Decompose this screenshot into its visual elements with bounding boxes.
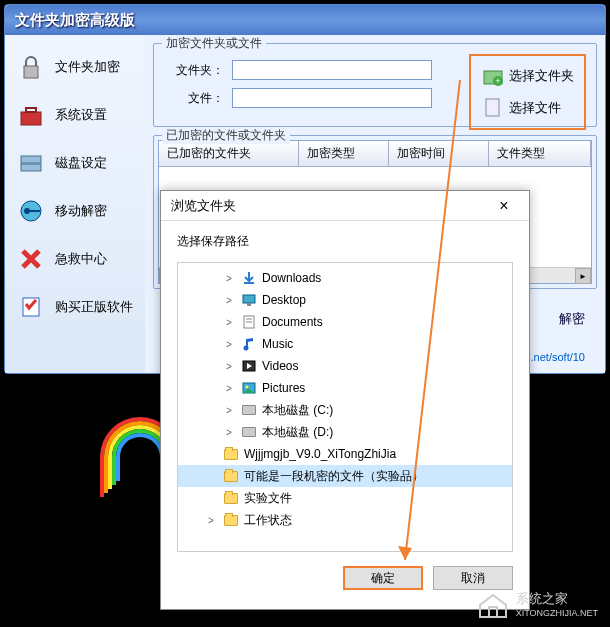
shield-icon: [15, 291, 47, 323]
tree-item-label: Pictures: [262, 381, 305, 395]
sidebar-item-label: 移动解密: [55, 202, 107, 220]
pictures-icon: [240, 380, 258, 396]
sidebar-item-encrypt[interactable]: 文件夹加密: [9, 43, 141, 91]
file-input[interactable]: [232, 88, 432, 108]
sidebar-item-settings[interactable]: 系统设置: [9, 91, 141, 139]
tree-item[interactable]: 可能是一段机密的文件（实验品）: [178, 465, 512, 487]
decrypt-button[interactable]: 解密: [559, 310, 585, 328]
sidebar-item-disk[interactable]: 磁盘设定: [9, 139, 141, 187]
expand-icon[interactable]: >: [222, 383, 236, 394]
tree-item[interactable]: >本地磁盘 (C:): [178, 399, 512, 421]
select-buttons-group: + 选择文件夹 选择文件: [469, 54, 586, 130]
dialog-title-text: 浏览文件夹: [171, 197, 236, 215]
expand-icon[interactable]: >: [222, 427, 236, 438]
watermark: 系统之家 XITONGZHIJIA.NET: [476, 589, 598, 619]
svg-rect-3: [21, 156, 41, 163]
tree-item-label: 本地磁盘 (C:): [262, 402, 333, 419]
tree-item-label: Documents: [262, 315, 323, 329]
expand-icon[interactable]: >: [222, 295, 236, 306]
tree-item[interactable]: >工作状态: [178, 509, 512, 531]
tree-item-label: Music: [262, 337, 293, 351]
svg-rect-0: [24, 66, 38, 78]
select-file-button[interactable]: 选择文件: [475, 92, 580, 124]
lock-icon: [15, 51, 47, 83]
dialog-titlebar[interactable]: 浏览文件夹 ×: [161, 191, 529, 221]
folder-tree[interactable]: >Downloads>Desktop>Documents>Music>Video…: [177, 262, 513, 552]
encrypt-fieldset: 加密文件夹或文件 文件夹： 文件： + 选择文件夹: [153, 43, 597, 127]
house-icon: [476, 589, 510, 619]
svg-rect-4: [21, 164, 41, 171]
sidebar-item-rescue[interactable]: 急救中心: [9, 235, 141, 283]
toolbox-icon: [15, 99, 47, 131]
expand-icon[interactable]: >: [222, 361, 236, 372]
window-title: 文件夹加密高级版: [15, 11, 135, 30]
tree-item-label: Videos: [262, 359, 298, 373]
tree-item[interactable]: >本地磁盘 (D:): [178, 421, 512, 443]
expand-icon[interactable]: >: [222, 339, 236, 350]
tree-item[interactable]: >Videos: [178, 355, 512, 377]
svg-point-6: [24, 208, 30, 214]
folder-icon: [222, 468, 240, 484]
table-header: 已加密的文件夹 加密类型 加密时间 文件类型: [159, 141, 591, 167]
tree-item-label: Wjjjmgjb_V9.0_XiTongZhiJia: [244, 447, 396, 461]
svg-rect-14: [243, 295, 255, 303]
svg-rect-2: [26, 108, 36, 112]
download-icon: [240, 270, 258, 286]
videos-icon: [240, 358, 258, 374]
tree-item[interactable]: >Music: [178, 333, 512, 355]
dialog-prompt: 选择保存路径: [161, 221, 529, 262]
sidebar-item-buy[interactable]: 购买正版软件: [9, 283, 141, 331]
svg-rect-7: [30, 210, 40, 212]
tree-item[interactable]: 实验文件: [178, 487, 512, 509]
tree-item[interactable]: >Downloads: [178, 267, 512, 289]
button-label: 选择文件: [509, 99, 561, 117]
button-label: 选择文件夹: [509, 67, 574, 85]
documents-icon: [240, 314, 258, 330]
svg-text:+: +: [495, 76, 500, 86]
sidebar-item-label: 急救中心: [55, 250, 107, 268]
sidebar-item-mobile-decrypt[interactable]: 移动解密: [9, 187, 141, 235]
tree-item-label: 本地磁盘 (D:): [262, 424, 333, 441]
dialog-cancel-button[interactable]: 取消: [433, 566, 513, 590]
dialog-ok-button[interactable]: 确定: [343, 566, 423, 590]
select-folder-button[interactable]: + 选择文件夹: [475, 60, 580, 92]
folder-add-icon: +: [481, 64, 505, 88]
svg-rect-12: [486, 99, 499, 116]
tree-item-label: Desktop: [262, 293, 306, 307]
tree-item[interactable]: >Desktop: [178, 289, 512, 311]
folder-icon: [222, 446, 240, 462]
sidebar: 文件夹加密 系统设置 磁盘设定 移动解密: [5, 35, 145, 373]
th-folder[interactable]: 已加密的文件夹: [159, 141, 299, 166]
tree-item-label: 可能是一段机密的文件（实验品）: [244, 468, 424, 485]
sidebar-item-label: 文件夹加密: [55, 58, 120, 76]
desktop-icon: [240, 292, 258, 308]
dialog-close-button[interactable]: ×: [489, 197, 519, 215]
expand-icon[interactable]: >: [222, 273, 236, 284]
folder-icon: [222, 490, 240, 506]
sidebar-item-label: 磁盘设定: [55, 154, 107, 172]
tree-item[interactable]: >Documents: [178, 311, 512, 333]
titlebar[interactable]: 文件夹加密高级版: [5, 5, 605, 35]
th-type[interactable]: 加密类型: [299, 141, 389, 166]
watermark-url: XITONGZHIJIA.NET: [516, 608, 598, 618]
file-add-icon: [481, 96, 505, 120]
folder-input[interactable]: [232, 60, 432, 80]
sidebar-item-label: 购买正版软件: [55, 298, 133, 316]
expand-icon[interactable]: >: [222, 405, 236, 416]
tree-item-label: 工作状态: [244, 512, 292, 529]
expand-icon[interactable]: >: [222, 317, 236, 328]
tree-item-label: Downloads: [262, 271, 321, 285]
svg-rect-1: [21, 112, 41, 125]
th-filetype[interactable]: 文件类型: [489, 141, 591, 166]
scroll-right-arrow[interactable]: ►: [575, 268, 591, 284]
tree-item[interactable]: >Pictures: [178, 377, 512, 399]
music-icon: [240, 336, 258, 352]
tree-item[interactable]: Wjjjmgjb_V9.0_XiTongZhiJia: [178, 443, 512, 465]
th-time[interactable]: 加密时间: [389, 141, 489, 166]
disks-icon: [15, 147, 47, 179]
svg-rect-15: [247, 303, 251, 306]
expand-icon[interactable]: >: [204, 515, 218, 526]
sidebar-item-label: 系统设置: [55, 106, 107, 124]
svg-point-19: [244, 346, 249, 351]
key-icon: [15, 195, 47, 227]
